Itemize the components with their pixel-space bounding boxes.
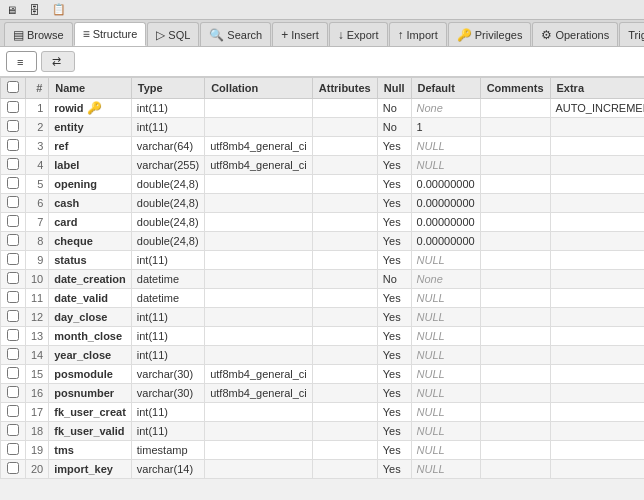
row-checkbox-cell[interactable] <box>1 403 26 422</box>
row-attributes <box>312 156 377 175</box>
row-attributes <box>312 365 377 384</box>
row-num: 8 <box>26 232 49 251</box>
row-checkbox-cell[interactable] <box>1 156 26 175</box>
row-checkbox[interactable] <box>7 443 19 455</box>
tab-import[interactable]: ↑ Import <box>389 22 447 46</box>
row-attributes <box>312 441 377 460</box>
row-comments <box>480 99 550 118</box>
tab-privileges[interactable]: 🔑 Privileges <box>448 22 532 46</box>
row-checkbox[interactable] <box>7 424 19 436</box>
row-checkbox[interactable] <box>7 367 19 379</box>
row-checkbox-cell[interactable] <box>1 327 26 346</box>
col-header-name: Name <box>49 78 132 99</box>
row-checkbox[interactable] <box>7 291 19 303</box>
row-collation <box>205 422 313 441</box>
table-row: 7 card double(24,8) Yes 0.00000000 ✏ Cha… <box>1 213 645 232</box>
row-checkbox-cell[interactable] <box>1 384 26 403</box>
row-checkbox[interactable] <box>7 348 19 360</box>
row-name: posnumber <box>49 384 132 403</box>
row-checkbox-cell[interactable] <box>1 175 26 194</box>
row-checkbox-cell[interactable] <box>1 232 26 251</box>
row-collation <box>205 403 313 422</box>
tab-operations[interactable]: ⚙ Operations <box>532 22 618 46</box>
breadcrumb: 🖥 🗄 📋 <box>0 0 644 20</box>
row-checkbox[interactable] <box>7 139 19 151</box>
row-extra <box>550 441 644 460</box>
row-default: 0.00000000 <box>411 194 480 213</box>
row-checkbox-cell[interactable] <box>1 346 26 365</box>
row-checkbox-cell[interactable] <box>1 118 26 137</box>
row-checkbox[interactable] <box>7 120 19 132</box>
row-checkbox[interactable] <box>7 272 19 284</box>
row-type: datetime <box>131 270 204 289</box>
row-name: month_close <box>49 327 132 346</box>
row-collation <box>205 175 313 194</box>
row-default: NULL <box>411 346 480 365</box>
table-row: 10 date_creation datetime No None ✏ Chan… <box>1 270 645 289</box>
row-collation <box>205 99 313 118</box>
tab-triggers[interactable]: Trigg... <box>619 22 644 46</box>
row-checkbox-cell[interactable] <box>1 441 26 460</box>
nav-tabs: ▤ Browse ≡ Structure ▷ SQL 🔍 Search + In… <box>0 20 644 47</box>
subtab-relation-view[interactable]: ⇄ <box>41 51 75 72</box>
row-type: int(11) <box>131 346 204 365</box>
row-checkbox-cell[interactable] <box>1 289 26 308</box>
row-extra <box>550 365 644 384</box>
row-comments <box>480 194 550 213</box>
subtab-table-structure[interactable]: ≡ <box>6 51 37 72</box>
row-default: NULL <box>411 308 480 327</box>
row-null: Yes <box>377 460 411 479</box>
col-header-num: # <box>26 78 49 99</box>
row-default: NULL <box>411 422 480 441</box>
tab-insert[interactable]: + Insert <box>272 22 328 46</box>
row-extra <box>550 213 644 232</box>
row-checkbox[interactable] <box>7 196 19 208</box>
row-attributes <box>312 175 377 194</box>
row-default: 0.00000000 <box>411 213 480 232</box>
row-checkbox[interactable] <box>7 405 19 417</box>
row-checkbox[interactable] <box>7 462 19 474</box>
row-checkbox[interactable] <box>7 158 19 170</box>
col-header-comments: Comments <box>480 78 550 99</box>
tab-sql[interactable]: ▷ SQL <box>147 22 199 46</box>
tab-sql-label: SQL <box>168 29 190 41</box>
col-header-attributes: Attributes <box>312 78 377 99</box>
tab-export[interactable]: ↓ Export <box>329 22 388 46</box>
row-checkbox-cell[interactable] <box>1 460 26 479</box>
row-checkbox[interactable] <box>7 101 19 113</box>
row-checkbox-cell[interactable] <box>1 422 26 441</box>
row-checkbox[interactable] <box>7 253 19 265</box>
row-num: 18 <box>26 422 49 441</box>
row-comments <box>480 156 550 175</box>
row-checkbox[interactable] <box>7 386 19 398</box>
row-checkbox-cell[interactable] <box>1 270 26 289</box>
row-checkbox[interactable] <box>7 234 19 246</box>
row-checkbox[interactable] <box>7 177 19 189</box>
row-checkbox[interactable] <box>7 310 19 322</box>
row-checkbox-cell[interactable] <box>1 251 26 270</box>
row-checkbox-cell[interactable] <box>1 365 26 384</box>
row-null: Yes <box>377 422 411 441</box>
row-type: varchar(30) <box>131 365 204 384</box>
row-num: 9 <box>26 251 49 270</box>
table-row: 8 cheque double(24,8) Yes 0.00000000 ✏ C… <box>1 232 645 251</box>
row-default: NULL <box>411 156 480 175</box>
row-name: status <box>49 251 132 270</box>
row-checkbox-cell[interactable] <box>1 213 26 232</box>
tab-search[interactable]: 🔍 Search <box>200 22 271 46</box>
row-comments <box>480 270 550 289</box>
row-checkbox-cell[interactable] <box>1 308 26 327</box>
select-all-checkbox[interactable] <box>7 81 19 93</box>
row-default: None <box>411 270 480 289</box>
row-checkbox[interactable] <box>7 329 19 341</box>
row-attributes <box>312 308 377 327</box>
row-checkbox-cell[interactable] <box>1 99 26 118</box>
row-checkbox-cell[interactable] <box>1 194 26 213</box>
tab-browse[interactable]: ▤ Browse <box>4 22 73 46</box>
col-header-default: Default <box>411 78 480 99</box>
row-checkbox-cell[interactable] <box>1 137 26 156</box>
tab-structure[interactable]: ≡ Structure <box>74 22 147 46</box>
row-checkbox[interactable] <box>7 215 19 227</box>
row-type: varchar(30) <box>131 384 204 403</box>
row-null: Yes <box>377 232 411 251</box>
